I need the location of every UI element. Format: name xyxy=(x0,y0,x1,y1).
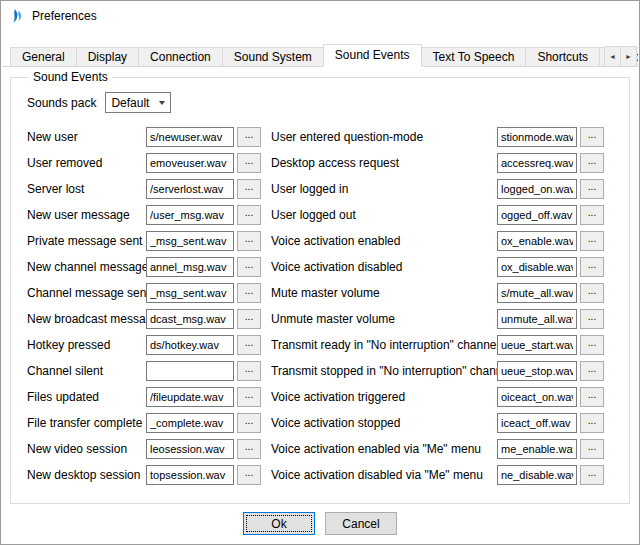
browse-button-voice-activation-triggered[interactable]: ... xyxy=(580,387,604,407)
browse-button-new-video-session[interactable]: ... xyxy=(237,439,261,459)
sound-file-input-voice-activation-enabled-via-me-menu[interactable] xyxy=(497,439,577,459)
browse-button-voice-activation-stopped[interactable]: ... xyxy=(580,413,604,433)
browse-button-private-message-sent[interactable]: ... xyxy=(237,231,261,251)
sound-event-label-new-broadcast-message: New broadcast message xyxy=(27,312,146,326)
sounds-pack-label: Sounds pack xyxy=(27,96,96,110)
sound-event-row: Voice activation enabled... xyxy=(271,228,617,254)
sound-event-label-user-entered-question-mode: User entered question-mode xyxy=(271,130,497,144)
browse-button-new-user[interactable]: ... xyxy=(237,127,261,147)
sound-event-label-voice-activation-enabled: Voice activation enabled xyxy=(271,234,497,248)
browse-button-transmit-ready-in-no-interruption-channel[interactable]: ... xyxy=(580,335,604,355)
tab-scroll: ◄ ► xyxy=(605,46,637,67)
sound-event-label-voice-activation-disabled-via-me-menu: Voice activation disabled via "Me" menu xyxy=(271,468,497,482)
browse-button-voice-activation-disabled-via-me-menu[interactable]: ... xyxy=(580,465,604,485)
browse-button-voice-activation-disabled[interactable]: ... xyxy=(580,257,604,277)
sound-file-input-server-lost[interactable] xyxy=(146,179,234,199)
sound-file-input-unmute-master-volume[interactable] xyxy=(497,309,577,329)
tab-strip: GeneralDisplayConnectionSound SystemSoun… xyxy=(2,44,638,67)
sound-file-input-new-user-message[interactable] xyxy=(146,205,234,225)
browse-button-voice-activation-enabled[interactable]: ... xyxy=(580,231,604,251)
browse-button-new-user-message[interactable]: ... xyxy=(237,205,261,225)
browse-button-unmute-master-volume[interactable]: ... xyxy=(580,309,604,329)
chevron-down-icon xyxy=(159,101,165,105)
sound-event-label-user-removed: User removed xyxy=(27,156,146,170)
sound-event-label-voice-activation-triggered: Voice activation triggered xyxy=(271,390,497,404)
tab-display[interactable]: Display xyxy=(76,47,139,67)
sound-event-row: File transfer complete... xyxy=(27,410,271,436)
tab-text-to-speech[interactable]: Text To Speech xyxy=(421,47,527,67)
tab-scroll-left-button[interactable]: ◄ xyxy=(604,46,621,67)
sound-file-input-user-entered-question-mode[interactable] xyxy=(497,127,577,147)
browse-button-voice-activation-enabled-via-me-menu[interactable]: ... xyxy=(580,439,604,459)
tab-general[interactable]: General xyxy=(10,47,77,67)
right-column: User entered question-mode...Desktop acc… xyxy=(271,124,617,488)
left-column: New user...User removed...Server lost...… xyxy=(27,124,271,488)
sounds-pack-value: Default xyxy=(111,96,149,110)
sound-event-row: User removed... xyxy=(27,150,271,176)
sounds-pack-select[interactable]: Default xyxy=(105,92,171,113)
browse-button-mute-master-volume[interactable]: ... xyxy=(580,283,604,303)
sound-file-input-new-desktop-session[interactable] xyxy=(146,465,234,485)
sound-file-input-user-removed[interactable] xyxy=(146,153,234,173)
browse-button-file-transfer-complete[interactable]: ... xyxy=(237,413,261,433)
cancel-button[interactable]: Cancel xyxy=(325,512,397,535)
tab-sound-events[interactable]: Sound Events xyxy=(323,44,422,67)
tab-sound-system[interactable]: Sound System xyxy=(222,47,324,67)
browse-button-hotkey-pressed[interactable]: ... xyxy=(237,335,261,355)
app-icon xyxy=(9,8,25,24)
browse-button-channel-silent[interactable]: ... xyxy=(237,361,261,381)
browse-button-new-channel-message[interactable]: ... xyxy=(237,257,261,277)
sound-event-row: Unmute master volume... xyxy=(271,306,617,332)
ok-button[interactable]: Ok xyxy=(243,512,315,535)
browse-button-user-logged-out[interactable]: ... xyxy=(580,205,604,225)
browse-button-new-broadcast-message[interactable]: ... xyxy=(237,309,261,329)
preferences-window: Preferences GeneralDisplayConnectionSoun… xyxy=(0,0,640,545)
sound-file-input-file-transfer-complete[interactable] xyxy=(146,413,234,433)
sound-file-input-voice-activation-disabled-via-me-menu[interactable] xyxy=(497,465,577,485)
tab-connection[interactable]: Connection xyxy=(138,47,223,67)
sound-event-row: Transmit ready in "No interruption" chan… xyxy=(271,332,617,358)
sound-event-label-channel-silent: Channel silent xyxy=(27,364,146,378)
browse-button-user-removed[interactable]: ... xyxy=(237,153,261,173)
sound-file-input-voice-activation-enabled[interactable] xyxy=(497,231,577,251)
sound-file-input-hotkey-pressed[interactable] xyxy=(146,335,234,355)
browse-button-new-desktop-session[interactable]: ... xyxy=(237,465,261,485)
browse-button-channel-message-sent[interactable]: ... xyxy=(237,283,261,303)
sound-event-label-file-transfer-complete: File transfer complete xyxy=(27,416,146,430)
browse-button-user-logged-in[interactable]: ... xyxy=(580,179,604,199)
sound-file-input-new-video-session[interactable] xyxy=(146,439,234,459)
titlebar: Preferences xyxy=(1,1,639,31)
sound-file-input-channel-silent[interactable] xyxy=(146,361,234,381)
sound-event-label-voice-activation-enabled-via-me-menu: Voice activation enabled via "Me" menu xyxy=(271,442,497,456)
sound-event-row: New video session... xyxy=(27,436,271,462)
sound-event-row: Voice activation triggered... xyxy=(271,384,617,410)
sound-file-input-transmit-ready-in-no-interruption-channel[interactable] xyxy=(497,335,577,355)
browse-button-server-lost[interactable]: ... xyxy=(237,179,261,199)
sound-event-row: Voice activation enabled via "Me" menu..… xyxy=(271,436,617,462)
sound-file-input-private-message-sent[interactable] xyxy=(146,231,234,251)
browse-button-desktop-access-request[interactable]: ... xyxy=(580,153,604,173)
browse-button-files-updated[interactable]: ... xyxy=(237,387,261,407)
sound-file-input-files-updated[interactable] xyxy=(146,387,234,407)
sound-file-input-voice-activation-stopped[interactable] xyxy=(497,413,577,433)
sound-file-input-voice-activation-disabled[interactable] xyxy=(497,257,577,277)
browse-button-user-entered-question-mode[interactable]: ... xyxy=(580,127,604,147)
tab-shortcuts[interactable]: Shortcuts xyxy=(525,47,600,67)
sound-file-input-channel-message-sent[interactable] xyxy=(146,283,234,303)
sound-file-input-new-broadcast-message[interactable] xyxy=(146,309,234,329)
tab-scroll-right-button[interactable]: ► xyxy=(620,46,637,67)
sound-event-row: User entered question-mode... xyxy=(271,124,617,150)
sound-file-input-new-user[interactable] xyxy=(146,127,234,147)
sound-event-label-voice-activation-disabled: Voice activation disabled xyxy=(271,260,497,274)
sound-file-input-mute-master-volume[interactable] xyxy=(497,283,577,303)
browse-button-transmit-stopped-in-no-interruption-channel[interactable]: ... xyxy=(580,361,604,381)
sound-event-row: Transmit stopped in "No interruption" ch… xyxy=(271,358,617,384)
sound-file-input-new-channel-message[interactable] xyxy=(146,257,234,277)
sound-event-row: User logged out... xyxy=(271,202,617,228)
sound-file-input-desktop-access-request[interactable] xyxy=(497,153,577,173)
sound-file-input-user-logged-in[interactable] xyxy=(497,179,577,199)
sound-file-input-user-logged-out[interactable] xyxy=(497,205,577,225)
sound-file-input-voice-activation-triggered[interactable] xyxy=(497,387,577,407)
sound-file-input-transmit-stopped-in-no-interruption-channel[interactable] xyxy=(497,361,577,381)
sound-event-row: Private message sent... xyxy=(27,228,271,254)
